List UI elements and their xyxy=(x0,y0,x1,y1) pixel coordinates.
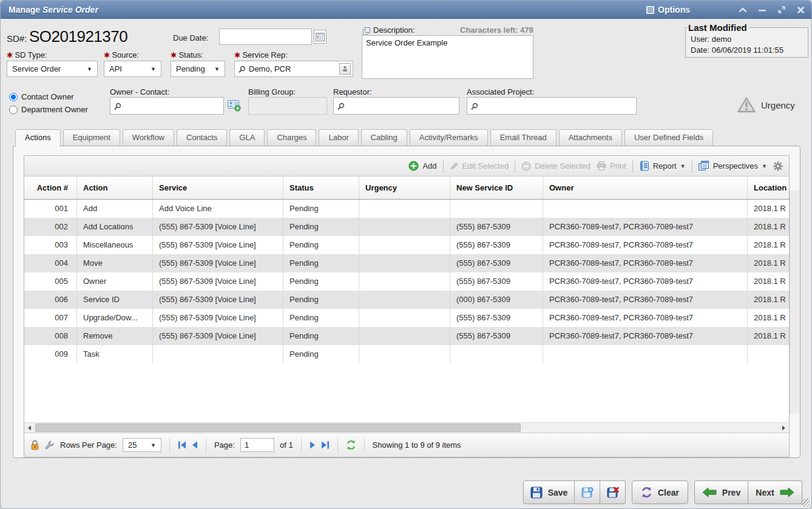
save-floppy-icon xyxy=(530,487,543,499)
description-textarea[interactable]: Service Order Example xyxy=(362,35,533,79)
refresh-icon[interactable] xyxy=(346,440,356,450)
table-cell: 006 xyxy=(24,291,77,309)
source-select[interactable]: API▼ xyxy=(104,61,161,77)
wrench-settings-icon[interactable] xyxy=(45,440,55,450)
table-cell: 2018.1 R xyxy=(748,291,790,309)
edit-selected-label: Edit Selected xyxy=(462,161,509,170)
column-header[interactable]: Action # xyxy=(24,177,77,199)
table-row[interactable]: 006Service ID(555) 867-5309 [Voice Line]… xyxy=(24,291,790,309)
table-row[interactable]: 007Upgrade/Dow...(555) 867-5309 [Voice L… xyxy=(24,309,790,327)
table-row[interactable]: 002Add Locations(555) 867-5309 [Voice Li… xyxy=(24,218,790,236)
scroll-right-arrow[interactable] xyxy=(779,423,789,433)
scroll-left-arrow[interactable] xyxy=(24,423,35,433)
service-rep-detail-button[interactable] xyxy=(339,63,351,75)
print-icon xyxy=(597,161,606,170)
page-number-input[interactable] xyxy=(240,438,274,452)
close-button[interactable] xyxy=(797,7,804,13)
tab-gla[interactable]: GLA xyxy=(229,129,265,146)
options-button[interactable]: Options xyxy=(646,1,690,19)
last-page-button[interactable] xyxy=(321,441,330,449)
add-contact-icon[interactable] xyxy=(228,99,241,114)
tab-equipment[interactable]: Equipment xyxy=(63,129,120,146)
save-and-close-button[interactable] xyxy=(600,480,626,504)
perspectives-button[interactable]: Perspectives ▼ xyxy=(699,161,767,171)
requestor-field[interactable] xyxy=(333,97,459,115)
vertical-scrollbar[interactable] xyxy=(790,190,800,414)
owner-contact-field[interactable] xyxy=(110,97,224,115)
table-cell: (555) 867-5309 xyxy=(450,236,543,254)
table-row[interactable]: 009TaskPending xyxy=(24,345,790,363)
horizontal-scrollbar-thumb[interactable] xyxy=(35,423,521,432)
contact-owner-radio-input[interactable] xyxy=(9,93,18,101)
grid-settings-button[interactable] xyxy=(773,161,783,171)
status-select[interactable]: Pending▼ xyxy=(171,61,225,77)
column-header[interactable]: Service xyxy=(153,177,283,199)
table-row[interactable]: 004Move(555) 867-5309 [Voice Line]Pendin… xyxy=(24,254,790,272)
add-button[interactable]: Add xyxy=(408,161,436,171)
tab-user-defined-fields[interactable]: User Defined Fields xyxy=(624,129,713,146)
table-row[interactable]: 003Miscellaneous(555) 867-5309 [Voice Li… xyxy=(24,236,790,254)
table-cell xyxy=(543,200,748,218)
department-owner-radio-input[interactable] xyxy=(9,106,18,114)
sd-type-select[interactable]: Service Order▼ xyxy=(7,61,98,77)
clear-button[interactable]: Clear xyxy=(632,480,688,504)
rows-per-page-select[interactable]: 25▼ xyxy=(123,438,161,452)
tab-email-thread[interactable]: Email Thread xyxy=(490,129,557,146)
next-page-button[interactable] xyxy=(310,441,316,449)
table-cell xyxy=(359,236,450,254)
table-cell: Pending xyxy=(283,345,359,363)
next-label: Next xyxy=(756,488,774,497)
tab-cabling[interactable]: Cabling xyxy=(361,129,407,146)
first-page-button[interactable] xyxy=(178,441,186,449)
print-button[interactable]: Print xyxy=(597,161,626,170)
tab-charges[interactable]: Charges xyxy=(267,129,316,146)
due-date-input[interactable] xyxy=(219,29,312,45)
minimize-button[interactable] xyxy=(759,7,766,13)
report-button[interactable]: Report ▼ xyxy=(639,161,686,171)
table-cell xyxy=(359,218,450,236)
column-header[interactable]: Urgency xyxy=(359,177,450,199)
perspectives-icon xyxy=(699,161,709,171)
associated-project-field[interactable] xyxy=(467,97,637,115)
urgency-label: Urgency xyxy=(761,100,795,110)
description-label: Description: xyxy=(373,25,415,35)
tab-workflow[interactable]: Workflow xyxy=(123,129,174,146)
save-button[interactable]: Save xyxy=(523,480,575,504)
table-row[interactable]: 005Owner(555) 867-5309 [Voice Line]Pendi… xyxy=(24,272,790,291)
table-cell: Task xyxy=(77,345,153,363)
column-header[interactable]: New Service ID xyxy=(450,177,543,199)
previous-page-button[interactable] xyxy=(192,441,198,449)
table-cell: 004 xyxy=(24,254,77,272)
table-cell: PCR360-7089-test7, PCR360-7089-test7 xyxy=(543,218,748,236)
search-icon xyxy=(471,103,478,110)
table-row[interactable]: 008Remove(555) 867-5309 [Voice Line]Pend… xyxy=(24,327,790,345)
save-and-new-button[interactable] xyxy=(575,480,600,504)
showing-items-status: Showing 1 to 9 of 9 items xyxy=(373,440,461,450)
prev-button[interactable]: Prev xyxy=(694,480,748,504)
delete-selected-button[interactable]: Delete Selected xyxy=(521,161,590,171)
contact-owner-radio[interactable]: Contact Owner xyxy=(9,92,74,101)
window-resize-handle[interactable] xyxy=(802,499,810,507)
department-owner-radio[interactable]: Department Owner xyxy=(9,105,88,114)
tab-activity-remarks[interactable]: Activity/Remarks xyxy=(410,129,488,146)
service-rep-field[interactable]: Demo, PCR xyxy=(234,61,353,77)
table-row[interactable]: 001AddAdd Voice LinePending2018.1 R xyxy=(24,200,790,218)
popout-button[interactable] xyxy=(778,6,785,13)
next-button[interactable]: Next xyxy=(748,480,802,504)
edit-selected-button[interactable]: Edit Selected xyxy=(450,161,509,170)
tab-contacts[interactable]: Contacts xyxy=(177,129,227,146)
column-header[interactable]: Location xyxy=(748,177,790,199)
column-header[interactable]: Action xyxy=(77,177,153,199)
column-header[interactable]: Status xyxy=(283,177,359,199)
print-label: Print xyxy=(610,161,626,170)
tab-attachments[interactable]: Attachments xyxy=(559,129,622,146)
column-header[interactable]: Owner xyxy=(543,177,748,199)
lock-columns-icon[interactable] xyxy=(30,440,39,450)
table-cell xyxy=(359,327,450,345)
horizontal-scrollbar[interactable] xyxy=(24,422,789,433)
collapse-button[interactable] xyxy=(739,7,746,13)
tab-labor[interactable]: Labor xyxy=(319,129,358,146)
table-cell: PCR360-7089-test7, PCR360-7089-test7 xyxy=(543,236,748,254)
calendar-icon[interactable] xyxy=(314,30,326,44)
tab-actions[interactable]: Actions xyxy=(15,129,61,147)
